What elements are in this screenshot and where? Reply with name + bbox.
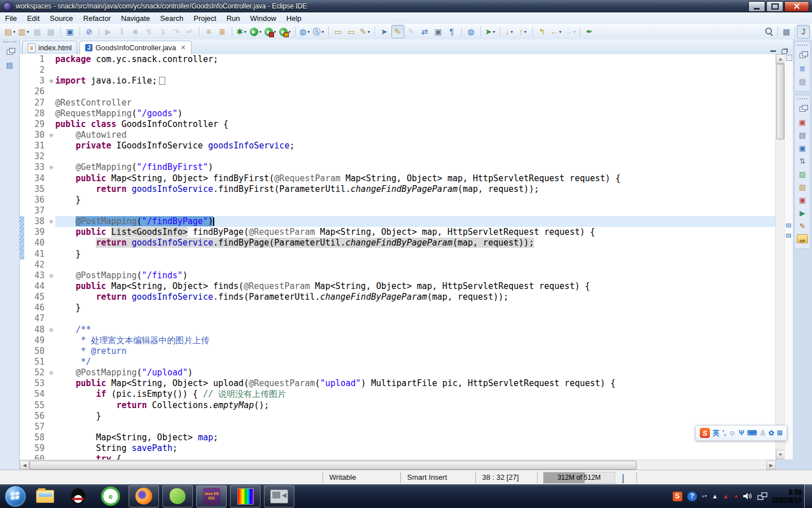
occurrence-marker[interactable] <box>786 224 791 227</box>
fold-toggle-icon[interactable]: ⊕ <box>47 76 55 86</box>
menu-file[interactable]: File <box>0 14 22 23</box>
editor-horizontal-scrollbar[interactable]: ◀ ▶ <box>20 459 776 470</box>
tray-volume-icon[interactable] <box>743 492 752 500</box>
fold-toggle-icon[interactable]: ⊖ <box>47 367 55 378</box>
menu-project[interactable]: Project <box>188 14 221 23</box>
overview-ruler[interactable] <box>784 54 793 459</box>
menu-edit[interactable]: Edit <box>22 14 45 23</box>
occurrence-marker[interactable] <box>786 234 791 238</box>
scroll-down-icon[interactable]: ▼ <box>776 450 785 459</box>
ime-mode-english[interactable]: 英 <box>713 430 720 436</box>
project-explorer-icon[interactable]: ▤ <box>3 59 16 71</box>
restore-view-icon[interactable] <box>796 103 809 115</box>
new-web-service-icon[interactable]: Ⓢ▾ <box>312 25 325 38</box>
taskbar-360-browser-icon[interactable]: e <box>96 486 125 507</box>
servers-view-icon[interactable]: ▶ <box>796 207 809 218</box>
tray-clock[interactable]: 8:58 2020/9/10 <box>772 488 802 504</box>
menu-run[interactable]: Run <box>222 14 245 23</box>
tab-GoodsInfoController.java[interactable]: JGoodsInfoController.java✕ <box>80 41 191 54</box>
marker-pen-icon[interactable]: ✎▾ <box>359 25 372 38</box>
garbage-collect-button[interactable] <box>623 474 630 481</box>
ime-person-icon[interactable]: ♙ <box>760 430 766 436</box>
show-desktop-button[interactable] <box>804 484 812 508</box>
linked-resources-icon[interactable]: ⇄ <box>418 25 431 38</box>
debug-icon[interactable]: ✱▾ <box>235 25 248 38</box>
taskbar-explorer-icon[interactable] <box>30 486 60 507</box>
close-button[interactable] <box>784 1 809 12</box>
problems-view-icon[interactable]: ▣ <box>796 116 809 128</box>
open-type-icon[interactable]: ▭ <box>332 25 345 38</box>
sogou-logo-icon[interactable]: S <box>700 428 710 438</box>
palette-view-icon[interactable]: ▨ <box>796 168 809 179</box>
ime-skin-icon[interactable]: ✿ <box>769 430 774 436</box>
open-console-icon[interactable]: ▣ <box>64 25 77 38</box>
external-tools-icon[interactable]: ➤▾ <box>484 25 497 38</box>
java-perspective-icon[interactable]: J <box>797 25 810 38</box>
tray-antivirus-icon[interactable]: ▲ <box>722 493 730 500</box>
fold-toggle-icon[interactable]: ⊖ <box>47 270 55 281</box>
menu-refactor[interactable]: Refactor <box>78 14 116 23</box>
last-edit-location-icon[interactable]: ↰ <box>536 25 549 38</box>
open-perspective-icon[interactable]: ▦ <box>780 25 793 38</box>
profile-icon[interactable]: ▶▾ <box>278 25 292 38</box>
back-icon[interactable]: ←▾ <box>549 25 563 38</box>
fold-toggle-icon[interactable]: ⊖ <box>47 216 55 227</box>
outline-view-icon[interactable]: ≣ <box>796 63 809 74</box>
previous-annotation-icon[interactable]: ↑▾ <box>517 25 529 38</box>
taskbar-screenshot-icon[interactable] <box>230 485 261 507</box>
show-whitespace-icon[interactable]: ¶ <box>445 25 458 38</box>
taskbar-recorder-icon[interactable] <box>264 485 294 507</box>
highlight-toggle-icon[interactable]: ✎ <box>391 25 404 38</box>
scroll-right-icon[interactable]: ▶ <box>766 461 776 470</box>
horizontal-scroll-thumb[interactable] <box>29 461 637 470</box>
code-editor[interactable]: 1package com.yc.snack.controller;23⊕impo… <box>20 54 776 459</box>
fold-toggle-icon[interactable]: ⊖ <box>47 325 55 335</box>
scroll-up-icon[interactable]: ▲ <box>776 54 785 64</box>
new-wizard-icon[interactable]: ▤▾ <box>3 25 16 38</box>
maximize-button[interactable] <box>766 1 783 12</box>
taskbar-eclipse-icon[interactable]: Java EEIDE <box>196 485 227 507</box>
tray-security-stop-icon[interactable]: ● <box>734 493 738 500</box>
vertical-scroll-thumb[interactable] <box>776 64 784 139</box>
editor-vertical-scrollbar[interactable]: ▲ ▼ <box>775 54 785 459</box>
tab-index.html[interactable]: ≣index.html <box>22 41 77 54</box>
fold-toggle-icon[interactable]: ⊖ <box>47 130 55 141</box>
tray-sogou-icon[interactable]: S <box>673 492 682 501</box>
ime-toolbox-icon[interactable]: ⊞ <box>777 430 783 436</box>
filters-view-icon[interactable]: ⇅ <box>796 155 809 167</box>
new-java-project-icon[interactable]: ▥▾ <box>17 25 30 38</box>
restore-view-icon[interactable] <box>796 50 809 61</box>
tray-window-icon[interactable]: ▫▾ <box>702 493 707 500</box>
markers-view-icon[interactable]: ▣ <box>796 194 809 205</box>
menu-source[interactable]: Source <box>45 14 78 23</box>
window-titlebar[interactable]: workspaces - snack/src/main/java/com/yc/… <box>0 0 812 12</box>
scroll-left-icon[interactable]: ◀ <box>20 461 29 470</box>
next-annotation-icon[interactable]: ↓▾ <box>503 25 516 38</box>
start-button[interactable] <box>2 485 29 507</box>
taskbar-firefox-icon[interactable] <box>129 485 159 507</box>
skip-breakpoints-icon[interactable]: ⊘ <box>83 25 96 38</box>
coverage-icon[interactable]: ▶▾ <box>263 25 277 38</box>
minimize-button[interactable] <box>748 1 765 12</box>
minimize-editor-icon[interactable] <box>770 50 776 54</box>
ime-emoji-icon[interactable]: ☺ <box>729 430 736 436</box>
menu-search[interactable]: Search <box>155 14 188 23</box>
git-view-icon[interactable]: GIT <box>796 233 809 244</box>
restore-view-icon[interactable] <box>3 46 16 58</box>
ime-keyboard-icon[interactable]: ⌨ <box>747 430 757 436</box>
javadoc-view-icon[interactable]: ▤ <box>796 76 809 87</box>
menu-navigate[interactable]: Navigate <box>116 14 155 23</box>
snippets-view-icon[interactable]: ▤ <box>796 181 809 192</box>
new-web-wizard-icon[interactable]: ◍▾ <box>298 25 311 38</box>
maximize-editor-icon[interactable] <box>782 49 787 54</box>
theme-view-icon[interactable]: ✎ <box>796 220 809 231</box>
run-icon[interactable]: ▶▾ <box>249 25 263 38</box>
web-browser-icon[interactable]: ◍ <box>465 25 478 38</box>
step-filters-icon[interactable]: ≣ <box>216 25 229 38</box>
ime-punctuation[interactable]: ’, <box>722 430 726 436</box>
open-resource-icon[interactable]: ▭ <box>345 25 358 38</box>
tray-help-icon[interactable]: ? <box>687 492 697 501</box>
menu-help[interactable]: Help <box>281 14 307 23</box>
taskbar-qq-icon[interactable] <box>63 486 92 507</box>
collapsed-region-icon[interactable] <box>159 77 165 85</box>
